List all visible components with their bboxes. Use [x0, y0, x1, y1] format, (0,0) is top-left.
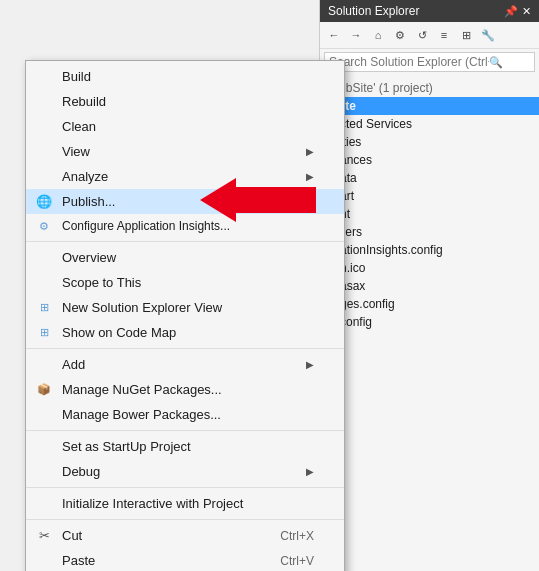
solution-explorer-titlebar: Solution Explorer 📌 ✕ — [320, 0, 539, 22]
close-button[interactable]: ✕ — [522, 5, 531, 18]
menu-item-add[interactable]: Add ▶ — [26, 352, 344, 377]
debug-icon — [34, 462, 54, 482]
tree-item-asax[interactable]: asax — [320, 277, 539, 295]
solution-explorer-title: Solution Explorer — [328, 4, 419, 18]
cut-icon: ✂ — [34, 526, 54, 546]
view-arrow: ▶ — [306, 146, 314, 157]
menu-item-debug[interactable]: Debug ▶ — [26, 459, 344, 484]
menu-item-overview[interactable]: Overview — [26, 245, 344, 270]
overview-icon — [34, 248, 54, 268]
settings-button[interactable]: ⚙ — [390, 25, 410, 45]
new-view-button[interactable]: ⊞ — [456, 25, 476, 45]
refresh-button[interactable]: ↺ — [412, 25, 432, 45]
close-controls: 📌 ✕ — [504, 5, 531, 18]
menu-item-view[interactable]: View ▶ — [26, 139, 344, 164]
tree-item-services[interactable]: cted Services — [320, 115, 539, 133]
paste-shortcut: Ctrl+V — [280, 554, 314, 568]
collapse-button[interactable]: ≡ — [434, 25, 454, 45]
menu-item-scope[interactable]: Scope to This — [26, 270, 344, 295]
pin-button[interactable]: 📌 — [504, 5, 518, 18]
separator-4 — [26, 487, 344, 488]
solution-tree: WebSite' (1 project) Site cted Services … — [320, 75, 539, 335]
new-se-view-icon: ⊞ — [34, 298, 54, 318]
clean-icon — [34, 117, 54, 137]
solution-explorer-panel: Solution Explorer 📌 ✕ ← → ⌂ ⚙ ↺ ≡ ⊞ 🔧 🔍 … — [319, 0, 539, 571]
tree-item-controllers[interactable]: llers — [320, 223, 539, 241]
view-icon — [34, 142, 54, 162]
add-icon — [34, 355, 54, 375]
scope-icon — [34, 273, 54, 293]
separator-5 — [26, 519, 344, 520]
menu-item-configure-insights[interactable]: ⚙ Configure Application Insights... — [26, 214, 344, 238]
configure-insights-icon: ⚙ — [34, 216, 54, 236]
menu-item-paste[interactable]: Paste Ctrl+V — [26, 548, 344, 571]
interactive-icon — [34, 494, 54, 514]
rebuild-icon — [34, 92, 54, 112]
tree-item-ico[interactable]: n.ico — [320, 259, 539, 277]
menu-item-manage-bower[interactable]: Manage Bower Packages... — [26, 402, 344, 427]
separator-2 — [26, 348, 344, 349]
startup-icon — [34, 437, 54, 457]
menu-item-build[interactable]: Build — [26, 64, 344, 89]
bower-icon — [34, 405, 54, 425]
tree-item-web-config[interactable]: config — [320, 313, 539, 331]
menu-item-rebuild[interactable]: Rebuild — [26, 89, 344, 114]
se-search-box[interactable]: 🔍 — [324, 52, 535, 72]
search-icon: 🔍 — [489, 56, 503, 69]
tree-item-nt[interactable]: nt — [320, 205, 539, 223]
tree-item-start[interactable]: art — [320, 187, 539, 205]
analyze-icon — [34, 167, 54, 187]
menu-item-new-se-view[interactable]: ⊞ New Solution Explorer View — [26, 295, 344, 320]
tree-item-insights-config[interactable]: ationInsights.config — [320, 241, 539, 259]
menu-item-cut[interactable]: ✂ Cut Ctrl+X — [26, 523, 344, 548]
tree-item-data[interactable]: ata — [320, 169, 539, 187]
tree-item-ances[interactable]: ances — [320, 151, 539, 169]
analyze-arrow: ▶ — [306, 171, 314, 182]
forward-button[interactable]: → — [346, 25, 366, 45]
menu-item-initialize-interactive[interactable]: Initialize Interactive with Project — [26, 491, 344, 516]
search-input[interactable] — [329, 55, 489, 69]
paste-icon — [34, 551, 54, 571]
tools-button[interactable]: 🔧 — [478, 25, 498, 45]
tree-item-site[interactable]: Site — [320, 97, 539, 115]
publish-globe-icon: 🌐 — [34, 192, 54, 212]
menu-item-publish[interactable]: 🌐 Publish... — [26, 189, 344, 214]
menu-item-analyze[interactable]: Analyze ▶ — [26, 164, 344, 189]
code-map-icon: ⊞ — [34, 323, 54, 343]
nuget-icon: 📦 — [34, 380, 54, 400]
menu-item-clean[interactable]: Clean — [26, 114, 344, 139]
home-button[interactable]: ⌂ — [368, 25, 388, 45]
menu-item-manage-nuget[interactable]: 📦 Manage NuGet Packages... — [26, 377, 344, 402]
add-arrow: ▶ — [306, 359, 314, 370]
menu-item-set-startup[interactable]: Set as StartUp Project — [26, 434, 344, 459]
separator-1 — [26, 241, 344, 242]
tree-item-packages-config[interactable]: ges.config — [320, 295, 539, 313]
tree-item-utilities[interactable]: ities — [320, 133, 539, 151]
context-menu: Build Rebuild Clean View ▶ Analyze ▶ 🌐 P… — [25, 60, 345, 571]
separator-3 — [26, 430, 344, 431]
debug-arrow: ▶ — [306, 466, 314, 477]
cut-shortcut: Ctrl+X — [280, 529, 314, 543]
back-button[interactable]: ← — [324, 25, 344, 45]
se-toolbar: ← → ⌂ ⚙ ↺ ≡ ⊞ 🔧 — [320, 22, 539, 49]
menu-item-show-code-map[interactable]: ⊞ Show on Code Map — [26, 320, 344, 345]
build-icon — [34, 67, 54, 87]
tree-item-website[interactable]: WebSite' (1 project) — [320, 79, 539, 97]
